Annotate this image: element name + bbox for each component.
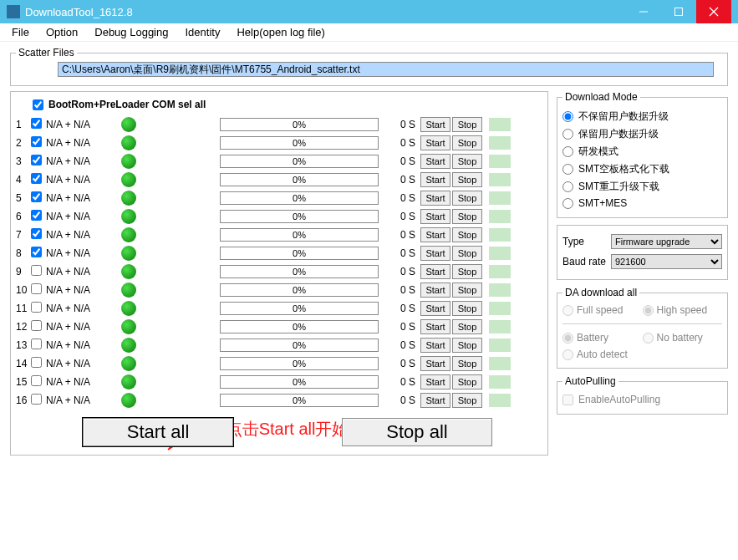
stop-button[interactable]: Stop [452,227,482,242]
port-checkbox[interactable] [31,228,42,239]
scatter-path-field[interactable]: C:\Users\Aaron\桌面\R9刷机资料\固件\MT6755_Andro… [58,62,714,77]
sel-all-checkbox[interactable] [33,99,43,110]
start-button[interactable]: Start [420,264,450,279]
type-label: Type [562,236,611,247]
stop-button[interactable]: Stop [452,283,482,298]
auto-pulling-label: EnableAutoPulling [578,394,660,405]
start-button[interactable]: Start [420,154,450,169]
menu-debug[interactable]: Debug Logging [86,24,176,40]
status-led-icon [121,356,136,371]
stop-button[interactable]: Stop [452,135,482,150]
type-select[interactable]: Firmware upgrade [611,234,722,249]
port-checkbox[interactable] [31,173,42,184]
start-button[interactable]: Start [420,135,450,150]
download-mode-radio[interactable] [562,164,573,175]
menu-help[interactable]: Help(open log file) [228,24,333,40]
baud-select[interactable]: 921600 [611,254,722,269]
menu-file[interactable]: File [3,24,38,40]
da-full-speed-label: Full speed [577,304,623,316]
port-checkbox[interactable] [31,320,42,331]
download-mode-option[interactable]: SMT重工升级下载 [562,180,722,194]
stop-button[interactable]: Stop [452,356,482,371]
status-indicator [489,228,511,242]
start-button[interactable]: Start [420,283,450,298]
port-row: 4N/A + N/A0%0 SStartStop [16,171,542,189]
port-row: 12N/A + N/A0%0 SStartStop [16,318,542,336]
start-button[interactable]: Start [420,227,450,242]
stop-button[interactable]: Stop [452,319,482,334]
port-label: N/A + N/A [46,321,121,333]
close-button[interactable] [696,0,731,23]
maximize-button[interactable] [661,0,696,23]
stop-button[interactable]: Stop [452,154,482,169]
baud-label: Baud rate [562,256,611,267]
port-checkbox[interactable] [31,136,42,147]
port-label: N/A + N/A [46,137,121,149]
stop-button[interactable]: Stop [452,172,482,187]
port-checkbox[interactable] [31,302,42,313]
download-mode-radio[interactable] [562,129,573,140]
port-checkbox[interactable] [31,118,42,129]
port-checkbox[interactable] [31,339,42,349]
status-indicator [489,247,511,260]
start-all-button[interactable]: Start all [83,418,233,446]
da-high-speed-label: High speed [657,304,708,316]
elapsed-time: 0 S [382,284,415,296]
port-checkbox[interactable] [31,247,42,257]
port-checkbox[interactable] [31,155,42,165]
stop-button[interactable]: Stop [452,301,482,316]
start-button[interactable]: Start [420,338,450,353]
download-mode-option[interactable]: SMT空板格式化下载 [562,162,722,176]
start-button[interactable]: Start [420,393,450,408]
minimize-button[interactable] [626,0,661,23]
start-button[interactable]: Start [420,246,450,261]
menu-identity[interactable]: Identity [176,24,228,40]
download-mode-radio[interactable] [562,111,573,122]
progress-bar: 0% [220,302,379,315]
stop-button[interactable]: Stop [452,338,482,353]
start-button[interactable]: Start [420,356,450,371]
stop-button[interactable]: Stop [452,209,482,224]
start-button[interactable]: Start [420,301,450,316]
start-button[interactable]: Start [420,209,450,224]
start-button[interactable]: Start [420,374,450,389]
download-mode-radio[interactable] [562,146,573,157]
progress-bar: 0% [220,173,379,186]
elapsed-time: 0 S [382,321,415,333]
stop-button[interactable]: Stop [452,264,482,279]
port-index: 10 [16,284,31,296]
download-mode-legend: Download Mode [562,91,640,103]
download-mode-radio[interactable] [562,198,573,209]
menu-option[interactable]: Option [38,24,86,40]
stop-button[interactable]: Stop [452,374,482,389]
port-checkbox[interactable] [31,210,42,221]
port-label: N/A + N/A [46,284,121,296]
status-indicator [489,357,511,370]
stop-button[interactable]: Stop [452,393,482,408]
stop-all-button[interactable]: Stop all [342,418,492,446]
download-mode-radio[interactable] [562,181,573,192]
stop-button[interactable]: Stop [452,246,482,261]
download-mode-option[interactable]: 研发模式 [562,145,722,159]
stop-button[interactable]: Stop [452,191,482,206]
start-button[interactable]: Start [420,172,450,187]
port-row: 9N/A + N/A0%0 SStartStop [16,262,542,281]
progress-bar: 0% [220,265,379,278]
progress-bar: 0% [220,357,379,370]
stop-button[interactable]: Stop [452,117,482,132]
download-mode-option[interactable]: 保留用户数据升级 [562,127,722,141]
start-button[interactable]: Start [420,319,450,334]
port-checkbox[interactable] [31,191,42,202]
port-checkbox[interactable] [31,283,42,294]
download-mode-option[interactable]: SMT+MES [562,197,722,209]
status-led-icon [121,264,136,279]
port-checkbox[interactable] [31,265,42,276]
start-button[interactable]: Start [420,117,450,132]
port-checkbox[interactable] [31,375,42,386]
download-mode-option[interactable]: 不保留用户数据升级 [562,109,722,124]
start-button[interactable]: Start [420,191,450,206]
elapsed-time: 0 S [382,395,415,406]
elapsed-time: 0 S [382,119,415,130]
port-checkbox[interactable] [31,357,42,368]
port-checkbox[interactable] [31,394,42,405]
